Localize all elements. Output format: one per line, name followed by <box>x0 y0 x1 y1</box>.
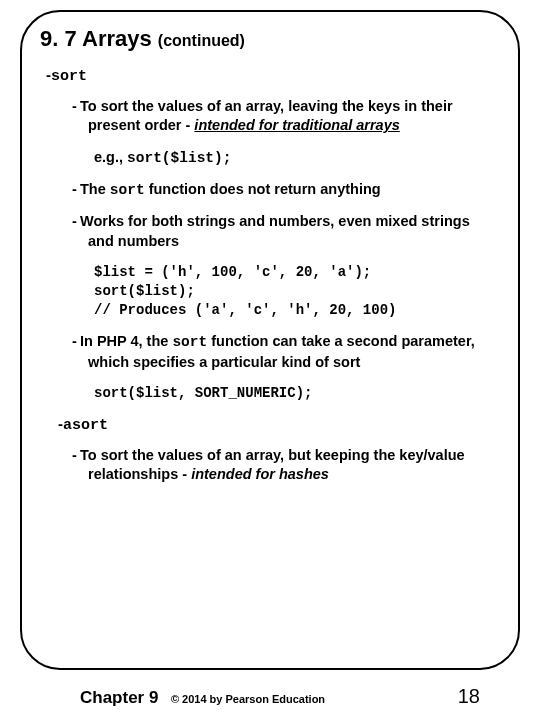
footer-copyright: © 2014 by Pearson Education <box>171 693 325 705</box>
asort-label: asort <box>63 417 108 434</box>
php4-pre: In PHP 4, the <box>80 333 172 349</box>
works-both-text: Works for both strings and numbers, even… <box>80 213 470 249</box>
heading-number: 9. 7 <box>40 26 77 51</box>
slide-frame: 9. 7 Arrays (continued) - sort - To sort… <box>20 10 520 670</box>
footer-chapter: Chapter 9 <box>80 688 158 707</box>
bullet-no-return: - The sort function does not return anyt… <box>80 180 490 201</box>
eg-label: e.g., <box>94 149 127 165</box>
bullet-asort: - asort <box>58 415 500 436</box>
bullet-php4: - In PHP 4, the sort function can take a… <box>80 332 490 372</box>
bullet-sort-desc: - To sort the values of an array, leavin… <box>80 97 490 136</box>
heading-suffix: (continued) <box>158 32 245 49</box>
heading-title: Arrays <box>82 26 152 51</box>
php4-mono: sort <box>172 334 207 350</box>
footer-page-number: 18 <box>458 685 480 708</box>
asort-desc-em: intended for hashes <box>191 466 329 482</box>
bullet-sort: - sort <box>46 66 500 87</box>
code-sort-numeric: sort($list, SORT_NUMERIC); <box>94 384 500 403</box>
bullet-asort-desc: - To sort the values of an array, but ke… <box>80 446 490 485</box>
footer: Chapter 9 © 2014 by Pearson Education 18 <box>20 685 520 708</box>
code-block-sort: $list = ('h', 100, 'c', 20, 'a'); sort($… <box>94 263 500 320</box>
no-return-mono: sort <box>110 182 145 198</box>
slide-heading: 9. 7 Arrays (continued) <box>40 26 500 52</box>
sort-label: sort <box>51 68 87 85</box>
no-return-pre: The <box>80 181 110 197</box>
sort-desc-em: intended for traditional arrays <box>194 117 399 133</box>
bullet-works-both: - Works for both strings and numbers, ev… <box>80 212 490 251</box>
bullet-eg: e.g., sort($list); <box>94 148 490 168</box>
eg-code: sort($list); <box>127 150 231 166</box>
footer-left: Chapter 9 © 2014 by Pearson Education <box>80 688 325 708</box>
no-return-post: function does not return anything <box>145 181 381 197</box>
